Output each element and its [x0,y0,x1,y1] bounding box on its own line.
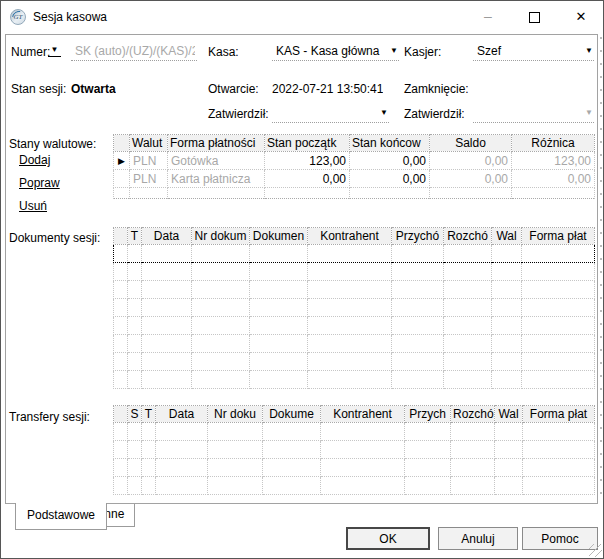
kasa-value: KAS - Kasa główna [276,44,385,58]
maximize-icon [529,12,540,23]
empty-grid-row[interactable] [114,335,595,353]
maximize-button[interactable] [518,1,550,32]
panel-scrollbar-track[interactable] [600,37,602,501]
stany-row-karta[interactable]: PLN Karta płatnicza 0,00 0,00 0,00 0,00 [114,170,595,188]
empty-grid-row[interactable] [114,459,595,477]
col-s[interactable]: S [128,406,142,423]
col-forma-platnosci[interactable]: Forma płat [523,406,595,423]
cell-roznica: 123,00 [512,152,595,170]
cell-walut: PLN [130,152,168,170]
cell-forma: Gotówka [168,152,265,170]
cell-saldo: 0,00 [430,152,512,170]
titlebar[interactable]: GT Sesja kasowa – ✕ [1,1,603,33]
header-row: T Data Nr dokum Dokumen Kontrahent Przyc… [114,228,595,245]
empty-grid-row[interactable] [114,371,595,389]
empty-grid-row[interactable] [114,353,595,371]
col-waluta[interactable]: Wal [492,228,522,245]
cell-roznica: 0,00 [512,170,595,188]
zatwierdzil-zamkniecie-combobox[interactable]: ▼ [473,105,594,123]
kasjer-dropdown-icon[interactable]: ▼ [585,46,593,55]
col-roznica[interactable]: Różnica [512,135,595,152]
col-dokument[interactable]: Dokumen [250,228,308,245]
anuluj-button[interactable]: Anuluj [438,527,518,550]
col-waluta[interactable]: Wal [495,406,523,423]
dialog-sesja-kasowa: GT Sesja kasowa – ✕ Numer: ▼ SK (auto)/(… [0,0,604,559]
popraw-link[interactable]: Popraw [19,176,60,190]
zamkniecie-label: Zamknięcie: [404,82,469,96]
transfery-body [114,423,595,495]
empty-grid-row[interactable] [114,299,595,317]
col-saldo[interactable]: Saldo [430,135,512,152]
cell-walut: PLN [130,170,168,188]
empty-grid-row[interactable] [114,245,595,263]
numer-dropdown-icon[interactable]: ▼ [48,45,61,57]
col-dokument[interactable]: Dokume [263,406,321,423]
empty-grid-row[interactable] [114,317,595,335]
transfery-header: S T Data Nr doku Dokume Kontrahent Przyc… [114,406,595,423]
close-button[interactable]: ✕ [565,1,597,32]
stan-sesji-label: Stan sesji: [11,82,66,96]
col-walut[interactable]: Walut [130,135,168,152]
stany-row-gotowka[interactable]: ▶ PLN Gotówka 123,00 0,00 0,00 123,00 [114,152,595,170]
stany-walutowe-header: Walut Forma płatności Stan początk Stan … [114,135,595,152]
empty-grid-row[interactable] [114,441,595,459]
cell-stan-koncowy[interactable]: 0,00 [350,152,430,170]
empty-grid-row[interactable] [114,281,595,299]
col-stan-koncowy[interactable]: Stan końcow [350,135,430,152]
empty-grid-row[interactable] [114,188,595,199]
stan-sesji-value: Otwarta [71,82,116,96]
zatwierdzil-zamkniecie-dropdown-icon: ▼ [585,108,593,117]
col-t[interactable]: T [142,406,156,423]
kasa-label: Kasa: [208,45,239,59]
col-nr-dokumentu[interactable]: Nr dokum [192,228,250,245]
col-forma-platnosci[interactable]: Forma płat [522,228,595,245]
col-data[interactable]: Data [156,406,208,423]
cell-stan-koncowy[interactable]: 0,00 [350,170,430,188]
dodaj-link[interactable]: Dodaj [19,153,50,167]
col-kontrahent[interactable]: Kontrahent [321,406,405,423]
numer-field[interactable]: SK (auto)/(UZ)/(KAS)/20 [71,43,197,61]
row-marker-icon: ▶ [114,152,130,170]
kasa-dropdown-icon[interactable]: ▼ [390,46,398,55]
zatwierdzil-otwarcie-label: Zatwierdził: [208,107,269,121]
col-t[interactable]: T [128,228,142,245]
col-stan-poczatkowy[interactable]: Stan początk [265,135,350,152]
app-icon: GT [10,9,26,25]
header-row: Walut Forma płatności Stan początk Stan … [114,135,595,152]
otwarcie-value: 2022-07-21 13:50:41 [272,82,383,96]
cell-stan-poczatkowy[interactable]: 0,00 [265,170,350,188]
tab-podstawowe-label: Podstawowe [27,508,95,522]
empty-grid-row[interactable] [114,263,595,281]
col-forma-platnosci[interactable]: Forma płatności [168,135,265,152]
minimize-button[interactable]: – [472,1,504,32]
kasa-combobox[interactable]: KAS - Kasa główna ▼ [272,43,399,61]
col-przychod[interactable]: Przychó [392,228,444,245]
empty-grid-row[interactable] [114,477,595,495]
dokumenty-header: T Data Nr dokum Dokumen Kontrahent Przyc… [114,228,595,245]
transfery-sesji-label: Transfery sesji: [9,410,90,424]
col-data[interactable]: Data [142,228,192,245]
col-selector [114,228,128,245]
app-icon-letters: GT [11,13,25,21]
kasjer-label: Kasjer: [404,45,441,59]
col-selector [114,406,128,423]
col-przychod[interactable]: Przych [405,406,451,423]
ok-button[interactable]: OK [346,527,430,550]
cell-forma: Karta płatnicza [168,170,265,188]
col-kontrahent[interactable]: Kontrahent [308,228,392,245]
col-nr-dokumentu[interactable]: Nr doku [208,406,263,423]
col-rozchod[interactable]: Rozchó [451,406,495,423]
zatwierdzil-otwarcie-dropdown-icon[interactable]: ▼ [380,108,388,117]
usun-link[interactable]: Usuń [19,199,47,213]
minimize-icon: – [484,8,492,24]
resize-grip[interactable] [589,544,602,557]
zatwierdzil-otwarcie-combobox[interactable]: ▼ [272,105,389,123]
col-rozchod[interactable]: Rozchó [444,228,492,245]
kasjer-combobox[interactable]: Szef ▼ [473,43,594,61]
cell-stan-poczatkowy[interactable]: 123,00 [265,152,350,170]
tab-podstawowe[interactable]: Podstawowe [15,503,107,530]
dokumenty-sesji-table: T Data Nr dokum Dokumen Kontrahent Przyc… [113,227,595,389]
empty-grid-row[interactable] [114,423,595,441]
pomoc-button[interactable]: Pomoc [522,527,598,550]
dokumenty-body [114,245,595,389]
